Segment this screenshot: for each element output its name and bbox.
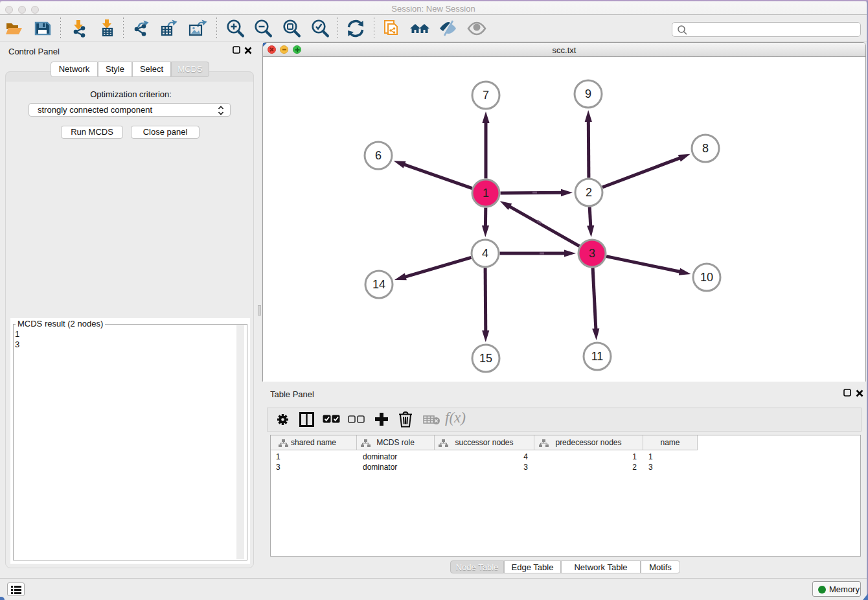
svg-text:8: 8: [702, 142, 709, 155]
svg-text:11: 11: [591, 350, 604, 363]
svg-text:2: 2: [586, 186, 592, 199]
svg-text:15: 15: [479, 352, 492, 365]
svg-text:4: 4: [482, 247, 488, 260]
svg-text:14: 14: [372, 278, 385, 291]
svg-text:1: 1: [483, 187, 489, 200]
svg-text:6: 6: [375, 149, 382, 162]
svg-text:9: 9: [585, 87, 591, 100]
svg-text:7: 7: [483, 89, 489, 102]
svg-text:10: 10: [700, 271, 713, 284]
svg-text:3: 3: [589, 247, 595, 260]
